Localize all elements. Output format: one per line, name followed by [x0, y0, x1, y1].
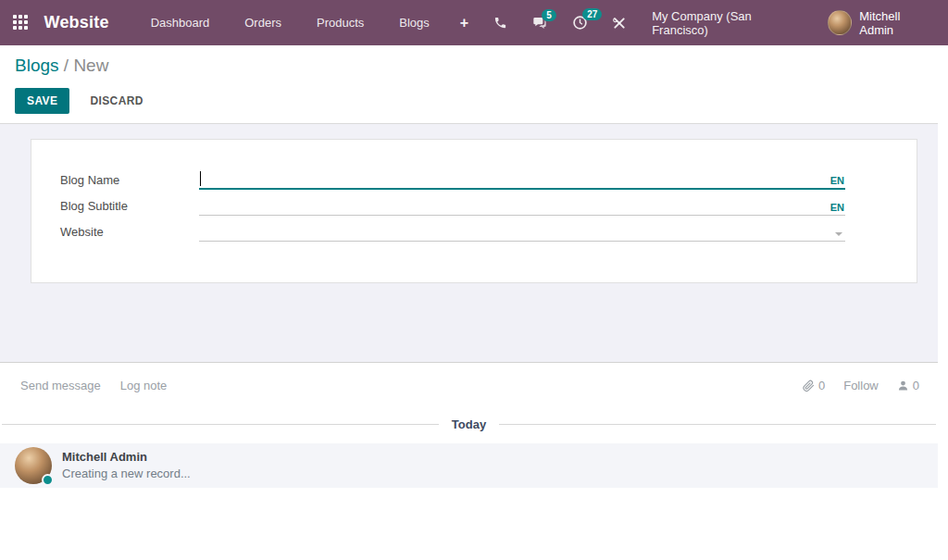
date-divider-label: Today: [439, 417, 499, 431]
attachment-count: 0: [818, 379, 825, 392]
activities-menu[interactable]: 27: [560, 2, 600, 44]
user-name: Mitchell Admin: [859, 9, 933, 37]
app-title[interactable]: Website: [44, 13, 109, 32]
phone-icon: [493, 16, 507, 30]
chatter-right-tools: 0 Follow 0: [802, 379, 919, 392]
discard-button[interactable]: DISCARD: [78, 88, 155, 114]
menu-blogs[interactable]: Blogs: [381, 2, 447, 44]
blog-name-input[interactable]: EN: [199, 171, 845, 190]
blog-subtitle-input[interactable]: EN: [199, 198, 845, 216]
message-author[interactable]: Mitchell Admin: [62, 449, 191, 466]
top-navbar: Website Dashboard Orders Products Blogs …: [0, 0, 948, 45]
user-avatar: [828, 10, 852, 35]
message-author-avatar: [15, 447, 52, 484]
field-row-website: Website: [60, 222, 917, 242]
form-sheet-background: Blog Name EN Blog Subtitle EN Website: [0, 123, 938, 363]
message-body: Mitchell Admin Creating a new record...: [62, 449, 191, 482]
follower-count: 0: [913, 379, 919, 392]
menu-dashboard[interactable]: Dashboard: [133, 2, 228, 44]
log-note-button[interactable]: Log note: [120, 379, 168, 392]
breadcrumb-blogs[interactable]: Blogs: [15, 56, 59, 75]
send-message-button[interactable]: Send message: [20, 379, 101, 392]
phone-icon[interactable]: [481, 3, 519, 43]
breadcrumb-separator: /: [64, 56, 69, 75]
divider-line: [2, 424, 439, 425]
blog-name-label: Blog Name: [60, 173, 199, 190]
new-content-button[interactable]: +: [447, 4, 481, 43]
user-menu[interactable]: Mitchell Admin: [828, 9, 933, 37]
breadcrumb: Blogs / New: [15, 54, 933, 78]
field-row-blog-name: Blog Name EN: [60, 170, 917, 190]
chevron-down-icon[interactable]: [835, 232, 842, 236]
save-button[interactable]: SAVE: [15, 88, 69, 114]
tools-icon: [612, 16, 627, 31]
chatter-toolbar: Send message Log note 0 Follow 0: [0, 363, 938, 392]
messages-badge: 5: [542, 9, 556, 21]
activities-badge: 27: [582, 8, 602, 20]
main-menu: Dashboard Orders Products Blogs +: [133, 2, 482, 44]
website-label: Website: [60, 225, 199, 242]
divider-line: [499, 424, 936, 425]
apps-menu-icon[interactable]: [13, 15, 30, 31]
menu-orders[interactable]: Orders: [227, 2, 299, 44]
messages-menu[interactable]: 5: [519, 3, 560, 44]
follower-person-icon: [897, 380, 909, 392]
blog-subtitle-field[interactable]: [199, 198, 830, 215]
attachments-button[interactable]: 0: [802, 379, 825, 392]
breadcrumb-current: New: [73, 56, 108, 75]
message-text: Creating a new record...: [62, 466, 191, 482]
blog-name-field[interactable]: [201, 171, 830, 188]
paperclip-icon: [802, 380, 815, 392]
systray: 5 27 My Company (San Francisco) Mitchell…: [481, 2, 933, 44]
website-select[interactable]: [199, 224, 845, 242]
chatter: Send message Log note 0 Follow 0 Today: [0, 363, 938, 488]
action-buttons: SAVE DISCARD: [15, 88, 933, 114]
follow-button[interactable]: Follow: [843, 379, 879, 392]
language-badge[interactable]: EN: [830, 202, 845, 215]
tools-menu[interactable]: [600, 3, 639, 44]
form-card: Blog Name EN Blog Subtitle EN Website: [31, 139, 917, 283]
followers-button[interactable]: 0: [897, 379, 919, 392]
menu-products[interactable]: Products: [299, 2, 381, 44]
chatter-message[interactable]: Mitchell Admin Creating a new record...: [0, 443, 938, 488]
online-status-dot: [42, 474, 54, 486]
blog-subtitle-label: Blog Subtitle: [60, 199, 199, 216]
website-field[interactable]: [199, 224, 835, 241]
field-row-blog-subtitle: Blog Subtitle EN: [60, 196, 917, 216]
language-badge[interactable]: EN: [830, 175, 845, 188]
control-panel: Blogs / New SAVE DISCARD: [0, 45, 948, 123]
date-divider: Today: [2, 417, 936, 431]
company-switcher[interactable]: My Company (San Francisco): [639, 9, 828, 37]
